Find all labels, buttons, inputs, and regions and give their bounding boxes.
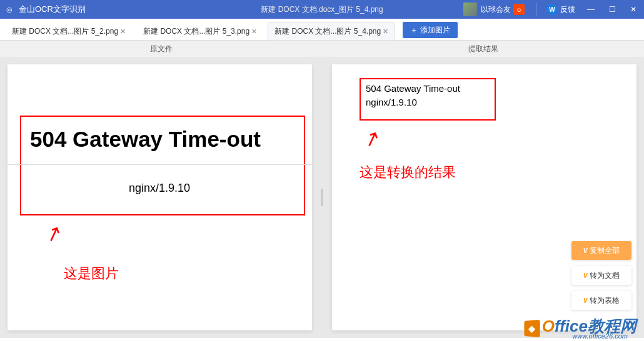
original-panel: 504 Gateway Time-out nginx/1.9.10 ↗ 这是图片 bbox=[0, 57, 319, 338]
tab-bar: 新建 DOCX 文档...图片 5_2.png✕ 新建 DOCX 文档...图片… bbox=[0, 19, 644, 41]
close-icon[interactable]: ✕ bbox=[251, 27, 257, 36]
annotation-text: 这是图片 bbox=[64, 264, 119, 283]
vip-icon: V bbox=[583, 272, 588, 279]
content-area: 504 Gateway Time-out nginx/1.9.10 ↗ 这是图片… bbox=[0, 57, 644, 338]
vip-icon: V bbox=[583, 247, 588, 254]
user-avatar[interactable] bbox=[463, 2, 477, 16]
maximize-button[interactable]: ☐ bbox=[601, 0, 623, 19]
app-title: 金山OCR文字识别 bbox=[19, 4, 86, 15]
ocr-text-line[interactable]: 504 Gateway Time-out bbox=[366, 83, 460, 94]
add-image-button[interactable]: ＋ 添加图片 bbox=[403, 22, 457, 38]
tab-label: 新建 DOCX 文档...图片 5_2.png bbox=[12, 26, 118, 37]
tab-item[interactable]: 新建 DOCX 文档...图片 5_2.png✕ bbox=[5, 22, 133, 40]
action-buttons: V复制全部 V转为文档 V转为表格 bbox=[571, 241, 631, 310]
tab-label: 新建 DOCX 文档...图片 5_4.png bbox=[274, 26, 381, 37]
app-logo-icon: ◎ bbox=[4, 4, 15, 15]
arrow-icon: ↗ bbox=[360, 125, 383, 153]
button-label: 转为表格 bbox=[590, 295, 620, 306]
close-button[interactable]: ✕ bbox=[623, 0, 644, 19]
panel-headers: 原文件 提取结果 bbox=[0, 41, 644, 57]
community-icon[interactable]: ☺ bbox=[513, 4, 525, 15]
splitter-handle[interactable] bbox=[319, 57, 325, 338]
tab-item-active[interactable]: 新建 DOCX 文档...图片 5_4.png✕ bbox=[268, 22, 395, 40]
feedback-label: 反馈 bbox=[560, 4, 575, 15]
close-icon[interactable]: ✕ bbox=[383, 27, 388, 36]
title-bar: ◎ 金山OCR文字识别 新建 DOCX 文档.docx_图片 5_4.png 以… bbox=[0, 0, 644, 19]
gateway-heading: 504 Gateway Time-out bbox=[30, 127, 261, 152]
result-header: 提取结果 bbox=[322, 41, 644, 57]
button-label: 转为文档 bbox=[590, 270, 620, 281]
user-name[interactable]: 以球会友 bbox=[481, 4, 511, 15]
feedback-button[interactable]: W 反馈 bbox=[541, 4, 580, 15]
arrow-icon: ↗ bbox=[41, 220, 65, 248]
ocr-text-line[interactable]: nginx/1.9.10 bbox=[366, 97, 417, 107]
document-title: 新建 DOCX 文档.docx_图片 5_4.png bbox=[261, 4, 383, 15]
close-icon[interactable]: ✕ bbox=[120, 27, 126, 36]
copy-all-button[interactable]: V复制全部 bbox=[571, 241, 631, 260]
wps-icon: W bbox=[546, 4, 558, 15]
original-page: 504 Gateway Time-out nginx/1.9.10 ↗ 这是图片 bbox=[8, 64, 312, 330]
divider bbox=[536, 3, 536, 16]
minimize-button[interactable]: — bbox=[580, 0, 601, 19]
logo-cube-icon: ◆ bbox=[524, 320, 540, 337]
to-document-button[interactable]: V转为文档 bbox=[571, 266, 631, 285]
annotation-text: 这是转换的结果 bbox=[360, 163, 456, 182]
watermark-url: www.office26.com bbox=[572, 332, 628, 340]
tab-label: 新建 DOCX 文档...图片 5_3.png bbox=[143, 26, 249, 37]
original-header: 原文件 bbox=[0, 41, 322, 57]
nginx-text: nginx/1.9.10 bbox=[129, 182, 190, 195]
tab-item[interactable]: 新建 DOCX 文档...图片 5_3.png✕ bbox=[136, 22, 264, 40]
watermark-text: O bbox=[542, 317, 555, 336]
vip-icon: V bbox=[583, 297, 588, 304]
to-table-button[interactable]: V转为表格 bbox=[571, 291, 631, 310]
watermark: ◆ Office教程网 www.office26.com bbox=[523, 315, 636, 337]
horizontal-rule bbox=[8, 164, 312, 165]
button-label: 复制全部 bbox=[590, 245, 620, 256]
